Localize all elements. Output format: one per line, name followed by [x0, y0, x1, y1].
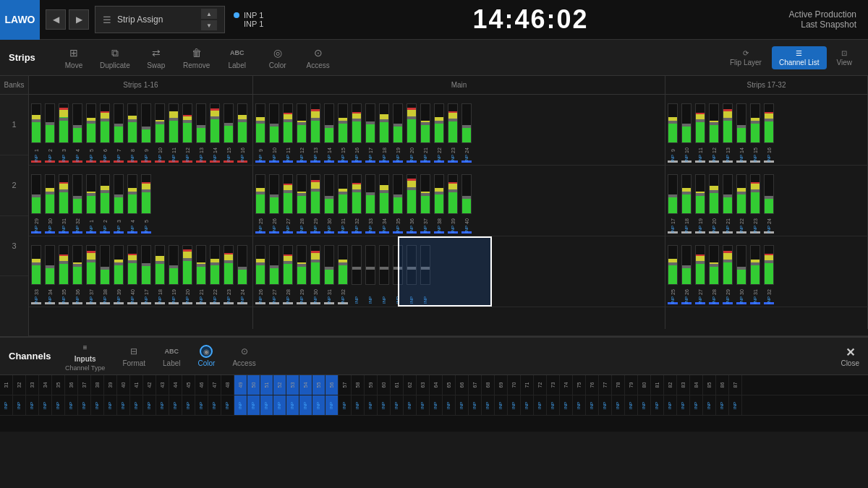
channel-strip[interactable]: 18INP: [153, 245, 166, 305]
channel-label-cell[interactable]: INP: [508, 395, 521, 415]
channel-number-cell[interactable]: 51: [260, 375, 273, 395]
channel-strip[interactable]: 16INP: [762, 103, 775, 163]
channel-strip[interactable]: 31INP: [336, 174, 349, 234]
channel-strip[interactable]: 27INP: [281, 174, 294, 234]
channel-strip[interactable]: 9INP: [666, 103, 679, 163]
channel-label-cell[interactable]: INP: [169, 395, 182, 415]
channel-number-cell[interactable]: 41: [130, 375, 143, 395]
channel-number-cell[interactable]: 40: [117, 375, 130, 395]
channel-label-cell[interactable]: INP: [0, 395, 13, 415]
channel-number-cell[interactable]: 34: [39, 375, 52, 395]
channel-strip[interactable]: 30INP: [309, 245, 322, 305]
channel-number-cell[interactable]: 68: [482, 375, 495, 395]
channel-strip[interactable]: 22INP: [735, 174, 748, 234]
channel-strip[interactable]: 2INP: [43, 103, 56, 163]
channel-number-cell[interactable]: 87: [729, 375, 742, 395]
channel-strip[interactable]: 21INP: [419, 103, 432, 163]
channel-label-cell[interactable]: INP: [234, 395, 247, 415]
channel-strip[interactable]: 11INP: [167, 103, 180, 163]
channel-strip[interactable]: 17INP: [364, 103, 377, 163]
channel-label-cell[interactable]: INP: [534, 395, 547, 415]
channel-strip[interactable]: 29INP: [295, 245, 308, 305]
channel-strip[interactable]: 22INP: [433, 103, 446, 163]
bank-row-3[interactable]: 3: [0, 216, 28, 277]
channel-number-cell[interactable]: 70: [508, 375, 521, 395]
channel-strip[interactable]: 26INP: [254, 245, 267, 305]
channel-number-cell[interactable]: 55: [312, 375, 326, 395]
channel-label-cell[interactable]: INP: [365, 395, 378, 415]
channel-strip[interactable]: 27INP: [694, 245, 707, 305]
channel-number-cell[interactable]: 83: [677, 375, 690, 395]
channel-strip[interactable]: 32INP: [350, 174, 363, 234]
channel-strip[interactable]: 24INP: [236, 245, 249, 305]
channel-number-cell[interactable]: 50: [247, 375, 260, 395]
channel-number-cell[interactable]: 46: [195, 375, 208, 395]
channel-strip[interactable]: 38INP: [98, 245, 111, 305]
toolbar-color[interactable]: ◎ Color: [263, 46, 292, 69]
channel-number-cell[interactable]: 45: [182, 375, 195, 395]
channel-number-cell[interactable]: 64: [430, 375, 443, 395]
channel-label-cell[interactable]: INP: [547, 395, 560, 415]
channel-strip[interactable]: 8INP: [126, 103, 139, 163]
strip-assign-up[interactable]: ▲: [201, 9, 217, 19]
format-button[interactable]: ⊟ Format: [116, 343, 151, 369]
channel-strip[interactable]: 22INP: [208, 245, 221, 305]
bank-row-2[interactable]: 2: [0, 155, 28, 216]
channel-strip[interactable]: 37INP: [85, 245, 98, 305]
channel-number-cell[interactable]: 82: [664, 375, 677, 395]
channel-number-cell[interactable]: 39: [104, 375, 117, 395]
strip-assign-down[interactable]: ▼: [201, 20, 217, 30]
nav-back-button[interactable]: ◀: [46, 9, 66, 30]
toolbar-move[interactable]: ⊞ Move: [59, 46, 88, 69]
channel-strip[interactable]: 35INP: [391, 174, 404, 234]
channel-label-cell[interactable]: INP: [482, 395, 495, 415]
channel-strip[interactable]: 30INP: [735, 245, 748, 305]
channel-number-cell[interactable]: 58: [352, 375, 365, 395]
channel-strip[interactable]: 10INP: [680, 103, 693, 163]
channel-label-cell[interactable]: INP: [469, 395, 482, 415]
channel-strip[interactable]: 10INP: [153, 103, 166, 163]
channel-number-cell[interactable]: 63: [417, 375, 430, 395]
channel-number-cell[interactable]: 78: [612, 375, 625, 395]
channel-number-cell[interactable]: 76: [586, 375, 599, 395]
channel-strip[interactable]: 25INP: [254, 174, 267, 234]
channel-strip[interactable]: 28INP: [281, 245, 294, 305]
channel-label-cell[interactable]: INP: [273, 395, 286, 415]
close-button[interactable]: ✕ Close: [841, 346, 859, 367]
nav-forward-button[interactable]: ▶: [69, 9, 89, 30]
channel-label-cell[interactable]: INP: [716, 395, 729, 415]
channel-label-cell[interactable]: INP: [612, 395, 625, 415]
channel-number-cell[interactable]: 52: [273, 375, 286, 395]
channel-strip[interactable]: 9INP: [140, 103, 153, 163]
channel-strip[interactable]: 19INP: [167, 245, 180, 305]
channel-strip[interactable]: 40INP: [126, 245, 139, 305]
channel-strip[interactable]: INP: [350, 245, 363, 305]
channel-label-cell[interactable]: INP: [299, 395, 312, 415]
channel-number-cell[interactable]: 47: [208, 375, 221, 395]
channel-strip[interactable]: 40INP: [460, 174, 473, 234]
channel-strip[interactable]: 12INP: [707, 103, 720, 163]
channel-label-cell[interactable]: INP: [182, 395, 195, 415]
channel-strip[interactable]: 24INP: [460, 103, 473, 163]
channel-strip[interactable]: 29INP: [309, 174, 322, 234]
bank-row-1[interactable]: 1: [0, 95, 28, 155]
channel-strip[interactable]: 33INP: [364, 174, 377, 234]
channel-strip[interactable]: 28INP: [707, 245, 720, 305]
channel-strip[interactable]: 12INP: [295, 103, 308, 163]
channel-label-cell[interactable]: INP: [703, 395, 716, 415]
channel-strip[interactable]: 27INP: [268, 245, 281, 305]
channel-number-cell[interactable]: 31: [0, 375, 13, 395]
channel-label-cell[interactable]: INP: [117, 395, 130, 415]
channel-strip[interactable]: 4INP: [71, 103, 84, 163]
channel-strip[interactable]: 2INP: [98, 174, 111, 234]
channel-strip[interactable]: 26INP: [680, 245, 693, 305]
channel-strip[interactable]: 32INP: [71, 174, 84, 234]
toolbar-label[interactable]: ABC Label: [223, 46, 252, 69]
channel-strip[interactable]: 20INP: [181, 245, 194, 305]
channel-label-cell[interactable]: INP: [573, 395, 586, 415]
channel-label-cell[interactable]: INP: [404, 395, 417, 415]
channel-strip[interactable]: 14INP: [735, 103, 748, 163]
channel-strip[interactable]: 32INP: [762, 245, 775, 305]
channel-label-cell[interactable]: INP: [156, 395, 169, 415]
channel-label-cell[interactable]: INP: [208, 395, 221, 415]
